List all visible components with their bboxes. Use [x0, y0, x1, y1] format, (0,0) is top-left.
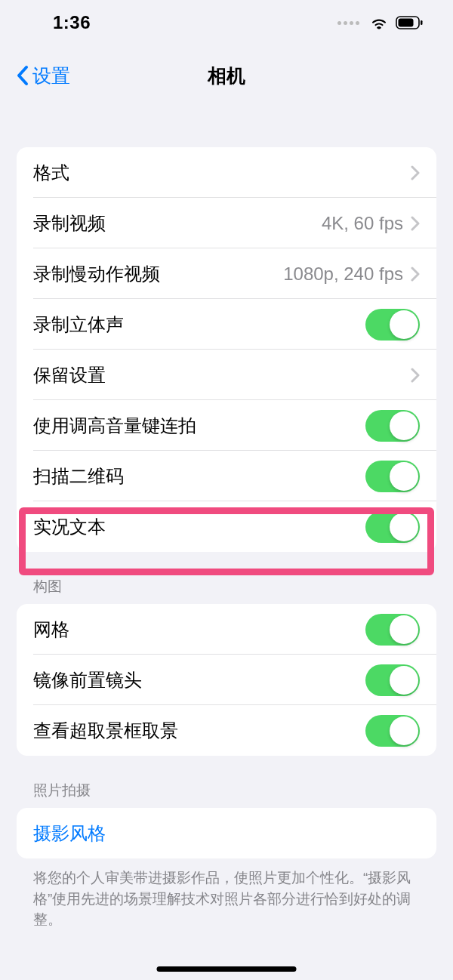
photo-capture-header: 照片拍摄 — [0, 756, 453, 808]
svg-rect-1 — [399, 19, 414, 27]
status-time: 1:36 — [53, 12, 91, 33]
grid-label: 网格 — [33, 618, 365, 642]
live-text-toggle[interactable] — [365, 511, 420, 543]
live-text-row: 实况文本 — [17, 501, 436, 552]
live-text-label: 实况文本 — [33, 515, 365, 539]
photographic-styles-label: 摄影风格 — [33, 821, 420, 846]
grid-row: 网格 — [17, 604, 436, 655]
outside-frame-toggle[interactable] — [365, 715, 420, 747]
record-slomo-value: 1080p, 240 fps — [283, 263, 403, 285]
stereo-label: 录制立体声 — [33, 313, 365, 337]
back-label: 设置 — [32, 63, 70, 88]
mirror-row: 镜像前置镜头 — [17, 655, 436, 705]
status-indicators — [337, 16, 423, 29]
record-slomo-label: 录制慢动作视频 — [33, 262, 283, 286]
chevron-left-icon — [15, 65, 29, 86]
settings-group-composition: 网格 镜像前置镜头 查看超取景框取景 — [17, 604, 436, 756]
scan-qr-label: 扫描二维码 — [33, 464, 365, 488]
scan-qr-row: 扫描二维码 — [17, 451, 436, 501]
scan-qr-toggle[interactable] — [365, 461, 420, 492]
outside-frame-label: 查看超取景框取景 — [33, 719, 365, 743]
settings-group-photo-capture: 摄影风格 — [17, 808, 436, 858]
mirror-label: 镜像前置镜头 — [33, 668, 365, 692]
formats-label: 格式 — [33, 161, 411, 185]
record-video-label: 录制视频 — [33, 211, 322, 236]
settings-group-main: 格式 录制视频 4K, 60 fps 录制慢动作视频 1080p, 240 fp… — [17, 147, 436, 552]
volume-burst-toggle[interactable] — [365, 410, 420, 442]
mirror-toggle[interactable] — [365, 664, 420, 696]
preserve-label: 保留设置 — [33, 363, 411, 387]
navigation-bar: 设置 相机 — [0, 45, 453, 106]
page-title: 相机 — [208, 63, 245, 88]
stereo-row: 录制立体声 — [17, 299, 436, 350]
cellular-dots-icon — [337, 21, 359, 25]
record-slomo-row[interactable]: 录制慢动作视频 1080p, 240 fps — [17, 248, 436, 299]
stereo-toggle[interactable] — [365, 309, 420, 341]
photo-capture-footer: 将您的个人审美带进摄影作品，使照片更加个性化。“摄影风格”使用先进的场景理解技术… — [0, 858, 453, 930]
chevron-right-icon — [411, 267, 420, 282]
record-video-value: 4K, 60 fps — [322, 213, 403, 234]
wifi-icon — [370, 16, 388, 29]
preserve-settings-row[interactable]: 保留设置 — [17, 350, 436, 400]
back-button[interactable]: 设置 — [15, 63, 70, 88]
chevron-right-icon — [411, 165, 420, 180]
record-video-row[interactable]: 录制视频 4K, 60 fps — [17, 198, 436, 248]
outside-frame-row: 查看超取景框取景 — [17, 705, 436, 756]
home-indicator[interactable] — [157, 966, 297, 972]
volume-burst-label: 使用调高音量键连拍 — [33, 414, 365, 438]
grid-toggle[interactable] — [365, 614, 420, 646]
svg-rect-2 — [421, 20, 423, 25]
volume-burst-row: 使用调高音量键连拍 — [17, 400, 436, 451]
photographic-styles-row[interactable]: 摄影风格 — [17, 808, 436, 858]
formats-row[interactable]: 格式 — [17, 147, 436, 198]
battery-icon — [396, 16, 423, 29]
chevron-right-icon — [411, 368, 420, 383]
chevron-right-icon — [411, 216, 420, 231]
composition-header: 构图 — [0, 552, 453, 604]
status-bar: 1:36 — [0, 0, 453, 45]
